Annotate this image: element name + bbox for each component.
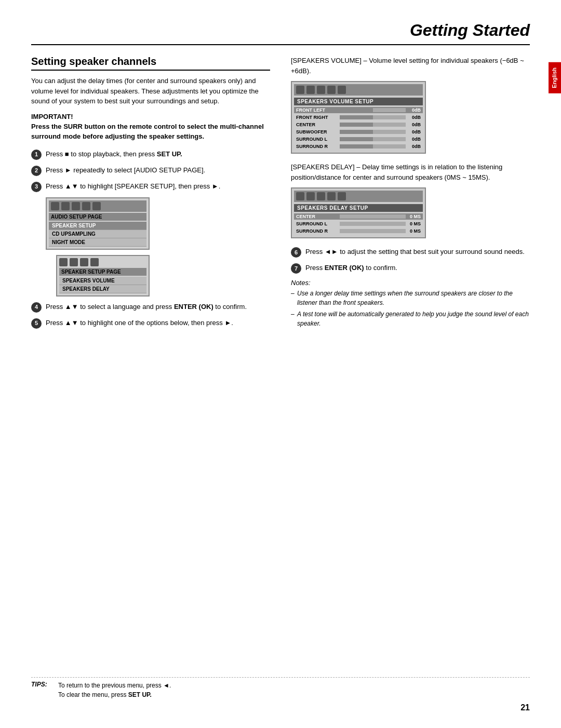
step-7: 7 Press ENTER (OK) to confirm. xyxy=(291,263,530,274)
delay-row-surround-l: SURROUND L 0 MS xyxy=(294,221,423,227)
speakers-volume-table: SPEAKERS VOLUME SETUP FRONT LEFT 0dB FRO… xyxy=(291,81,426,154)
important-text: Press the SURR button on the remote cont… xyxy=(31,122,270,142)
note-1: Use a longer delay time settings when th… xyxy=(291,289,530,307)
delay-row-center: CENTER 0 MS xyxy=(294,213,423,220)
main-content: Setting speaker channels You can adjust … xyxy=(31,56,530,334)
tips-label: TIPS: xyxy=(31,681,52,688)
vol-row-surround-r: SURROUND R 0dB xyxy=(294,143,423,150)
vol-row-surround-l: SURROUND L 0dB xyxy=(294,136,423,142)
step-num-6: 6 xyxy=(291,247,301,258)
vol-description: [SPEAKERS VOLUME] – Volume level setting… xyxy=(291,56,530,76)
step-num-1: 1 xyxy=(31,150,42,160)
speaker-setup-title: SPEAKER SETUP PAGE xyxy=(59,268,146,276)
audio-setup-title: AUDIO SETUP PAGE xyxy=(49,213,146,221)
step-text-2: Press ► repeatedly to select [AUDIO SETU… xyxy=(46,165,270,176)
tip-2: To clear the menu, press SET UP. xyxy=(58,690,171,699)
step-num-7: 7 xyxy=(291,263,301,274)
section-title: Setting speaker channels xyxy=(31,56,270,71)
delay-row-surround-r: SURROUND R 0 MS xyxy=(294,228,423,234)
step-5: 5 Press ▲▼ to highlight one of the optio… xyxy=(31,318,270,329)
step-4: 4 Press ▲▼ to select a language and pres… xyxy=(31,302,270,313)
left-column: Setting speaker channels You can adjust … xyxy=(31,56,270,334)
page-container: English Getting Started Setting speaker … xyxy=(0,0,561,728)
menu-speakers-volume: SPEAKERS VOLUME xyxy=(59,277,146,285)
vol-row-front-right: FRONT RIGHT 0dB xyxy=(294,114,423,120)
tips-bar: TIPS: To return to the previous menu, pr… xyxy=(31,677,530,699)
notes-section: Notes: Use a longer delay time settings … xyxy=(291,279,530,328)
step-text-7: Press ENTER (OK) to confirm. xyxy=(305,263,530,273)
language-tab: English xyxy=(549,62,561,93)
step-text-1: Press ■ to stop playback, then press SET… xyxy=(46,149,270,159)
step-2: 2 Press ► repeatedly to select [AUDIO SE… xyxy=(31,165,270,176)
delay-table-title: SPEAKERS DELAY SETUP xyxy=(294,204,423,212)
step-num-2: 2 xyxy=(31,166,42,176)
step-text-4: Press ▲▼ to select a language and press … xyxy=(46,302,270,312)
note-2: A test tone will be automatically genera… xyxy=(291,309,530,328)
tip-1: To return to the previous menu, press ◄. xyxy=(58,681,171,690)
delay-description: [SPEAKERS DELAY] – Delay time settings i… xyxy=(291,162,530,182)
speakers-delay-table: SPEAKERS DELAY SETUP CENTER 0 MS SURROUN… xyxy=(291,187,426,238)
menu-cd-upsampling: CD UPSAMPLING xyxy=(49,230,146,238)
important-label: IMPORTANT! xyxy=(31,113,270,120)
right-column: [SPEAKERS VOLUME] – Volume level setting… xyxy=(291,56,530,334)
important-box: IMPORTANT! Press the SURR button on the … xyxy=(31,113,270,142)
vol-row-front-left: FRONT LEFT 0dB xyxy=(294,107,423,113)
tips-content: To return to the previous menu, press ◄.… xyxy=(58,681,171,699)
vol-row-center: CENTER 0dB xyxy=(294,122,423,128)
speaker-setup-mockup: SPEAKER SETUP PAGE SPEAKERS VOLUME SPEAK… xyxy=(56,255,150,296)
menu-speakers-delay: SPEAKERS DELAY xyxy=(59,285,146,293)
step-num-3: 3 xyxy=(31,182,42,192)
page-number: 21 xyxy=(520,703,530,712)
step-num-5: 5 xyxy=(31,318,42,329)
intro-text: You can adjust the delay times (for cent… xyxy=(31,76,270,106)
step-text-3: Press ▲▼ to highlight [SPEAKER SETUP], t… xyxy=(46,181,270,192)
menu-night-mode: NIGHT MODE xyxy=(49,238,146,247)
notes-label: Notes: xyxy=(291,279,530,287)
vol-table-title: SPEAKERS VOLUME SETUP xyxy=(294,98,423,105)
page-header: Getting Started xyxy=(31,21,530,45)
step-3: 3 Press ▲▼ to highlight [SPEAKER SETUP],… xyxy=(31,181,270,192)
step-text-5: Press ▲▼ to highlight one of the options… xyxy=(46,318,270,328)
page-title: Getting Started xyxy=(31,21,530,40)
step-1: 1 Press ■ to stop playback, then press S… xyxy=(31,149,270,160)
step-num-4: 4 xyxy=(31,302,42,313)
step-6: 6 Press ◄► to adjust the setting that be… xyxy=(291,247,530,258)
step-text-6: Press ◄► to adjust the setting that best… xyxy=(305,247,530,257)
menu-speaker-setup: SPEAKER SETUP xyxy=(49,222,146,230)
audio-setup-mockup: AUDIO SETUP PAGE SPEAKER SETUP CD UPSAMP… xyxy=(46,197,270,296)
vol-row-subwoofer: SUBWOOFER 0dB xyxy=(294,129,423,135)
